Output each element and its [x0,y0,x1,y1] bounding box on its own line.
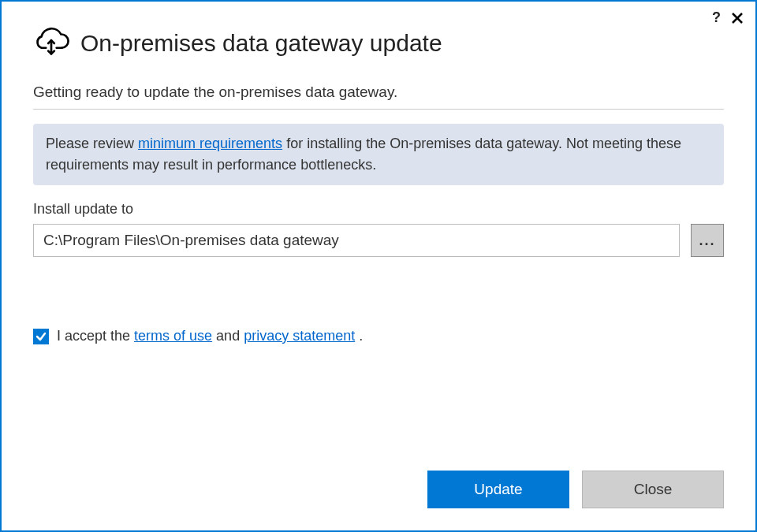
accept-label: I accept the terms of use and privacy st… [57,328,363,344]
cloud-upload-icon [33,25,69,61]
info-text-prefix: Please review [46,136,138,151]
update-button[interactable]: Update [427,471,569,508]
close-icon [731,12,744,24]
info-panel: Please review minimum requirements for i… [33,124,724,185]
button-bar: Update Close [427,471,724,508]
accept-suffix: . [355,328,363,344]
install-path-input[interactable] [33,224,680,257]
close-button[interactable]: Close [582,471,724,508]
browse-button[interactable]: ... [691,224,724,257]
privacy-statement-link[interactable]: privacy statement [244,328,355,344]
dialog-title: On-premises data gateway update [80,30,442,57]
help-button[interactable]: ? [712,9,721,26]
accept-checkbox[interactable] [33,329,49,344]
intro-text: Getting ready to update the on-premises … [33,84,724,110]
install-path-label: Install update to [33,201,724,218]
accept-prefix: I accept the [57,328,134,344]
min-requirements-link[interactable]: minimum requirements [138,136,282,151]
dialog-header: On-premises data gateway update [2,2,755,69]
checkmark-icon [35,331,47,342]
window-close-button[interactable] [730,11,744,25]
accept-mid: and [212,328,244,344]
terms-of-use-link[interactable]: terms of use [134,328,212,344]
